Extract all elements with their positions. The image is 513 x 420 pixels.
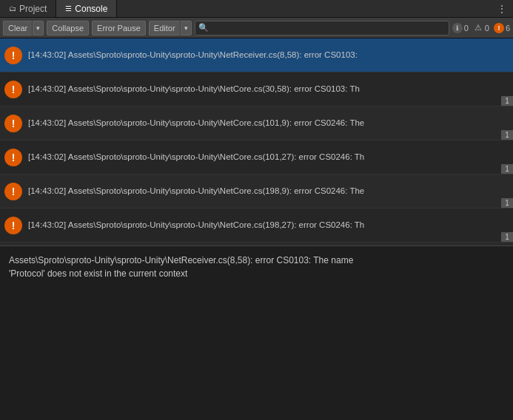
- editor-button[interactable]: Editor: [149, 21, 180, 35]
- table-row[interactable]: ![14:43:02] Assets\Sproto\sproto-Unity\s…: [0, 209, 513, 243]
- count-badge: 1: [501, 130, 513, 140]
- toolbar: Clear ▾ Collapse Error Pause Editor ▾ 🔍 …: [0, 18, 513, 38]
- error-badge[interactable]: ! 6: [494, 23, 510, 33]
- search-input[interactable]: [211, 24, 446, 33]
- count-badge: 1: [501, 164, 513, 174]
- info-count: 0: [464, 24, 469, 33]
- error-row-icon: !: [4, 47, 22, 64]
- tab-project-label: Project: [19, 4, 47, 14]
- clear-dropdown-arrow[interactable]: ▾: [33, 21, 44, 35]
- editor-dropdown-arrow[interactable]: ▾: [181, 21, 192, 35]
- collapse-button[interactable]: Collapse: [47, 21, 89, 35]
- console-row-text: [14:43:02] Assets\Sproto\sproto-Unity\sp…: [28, 49, 509, 61]
- count-badge: 1: [501, 96, 513, 106]
- console-list: ![14:43:02] Assets\Sproto\sproto-Unity\s…: [0, 38, 513, 245]
- clear-dropdown: Clear ▾: [3, 21, 44, 35]
- tab-console[interactable]: ☰ Console: [56, 0, 117, 17]
- more-icon[interactable]: ⋮: [491, 3, 513, 15]
- table-row[interactable]: ![14:43:02] Assets\Sproto\sproto-Unity\s…: [0, 106, 513, 140]
- table-row[interactable]: ![14:43:02] Assets\Sproto\sproto-Unity\s…: [0, 175, 513, 209]
- search-box[interactable]: 🔍: [195, 21, 449, 35]
- console-row-text: [14:43:02] Assets\Sproto\sproto-Unity\sp…: [28, 151, 509, 163]
- project-tab-icon: 🗂: [9, 4, 16, 13]
- search-icon: 🔍: [198, 23, 209, 33]
- console-row-text: [14:43:02] Assets\Sproto\sproto-Unity\sp…: [28, 117, 509, 129]
- console-row-text: [14:43:02] Assets\Sproto\sproto-Unity\sp…: [28, 219, 509, 231]
- error-icon: !: [494, 23, 504, 33]
- console-row-text: [14:43:02] Assets\Sproto\sproto-Unity\sp…: [28, 185, 509, 197]
- error-pause-button[interactable]: Error Pause: [92, 21, 146, 35]
- detail-panel: Assets\Sproto\sproto-Unity\sproto-Unity\…: [0, 245, 513, 319]
- editor-arrow-icon: ▾: [184, 24, 188, 32]
- warn-icon: ⚠: [473, 23, 483, 33]
- tab-project[interactable]: 🗂 Project: [0, 0, 56, 17]
- error-row-icon: !: [4, 81, 22, 98]
- detail-text: Assets\Sproto\sproto-Unity\sproto-Unity\…: [9, 254, 504, 280]
- count-badge: 1: [501, 198, 513, 208]
- clear-arrow-icon: ▾: [36, 24, 40, 32]
- tab-console-label: Console: [75, 4, 107, 14]
- tab-bar: 🗂 Project ☰ Console ⋮: [0, 0, 513, 18]
- error-row-icon: !: [4, 149, 22, 166]
- clear-button[interactable]: Clear: [3, 21, 32, 35]
- error-row-icon: !: [4, 183, 22, 200]
- error-row-icon: !: [4, 115, 22, 132]
- editor-dropdown: Editor ▾: [149, 21, 192, 35]
- error-count: 6: [506, 24, 510, 33]
- table-row[interactable]: ![14:43:02] Assets\Sproto\sproto-Unity\s…: [0, 38, 513, 72]
- table-row[interactable]: ![14:43:02] Assets\Sproto\sproto-Unity\s…: [0, 140, 513, 175]
- info-badge[interactable]: ℹ 0: [452, 23, 469, 33]
- count-badge: 1: [501, 232, 513, 242]
- warn-badge[interactable]: ⚠ 0: [473, 23, 489, 33]
- info-icon: ℹ: [452, 23, 463, 33]
- warn-count: 0: [485, 24, 489, 33]
- console-row-text: [14:43:02] Assets\Sproto\sproto-Unity\sp…: [28, 83, 509, 95]
- error-row-icon: !: [4, 217, 22, 234]
- badge-group: ℹ 0 ⚠ 0 ! 6: [452, 23, 510, 33]
- console-tab-icon: ☰: [65, 4, 72, 13]
- table-row[interactable]: ![14:43:02] Assets\Sproto\sproto-Unity\s…: [0, 72, 513, 106]
